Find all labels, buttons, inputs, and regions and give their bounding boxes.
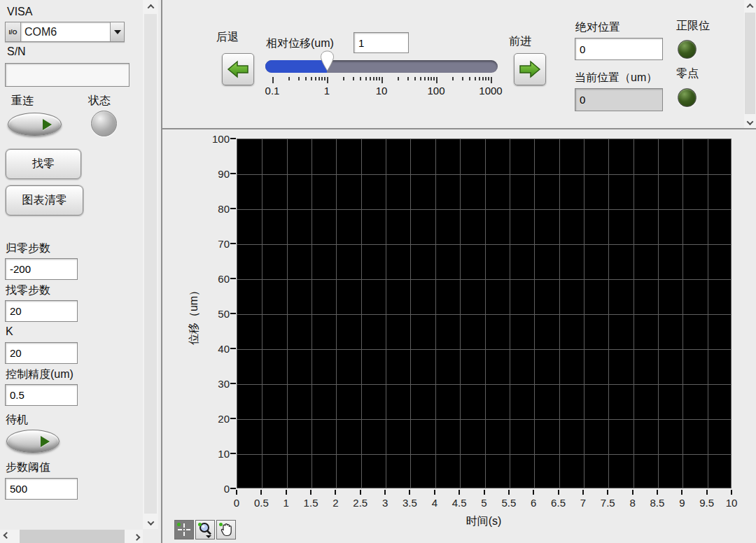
visa-resource-combo[interactable]: I/O COM6 bbox=[5, 22, 125, 42]
scroll-down-button[interactable] bbox=[744, 117, 756, 128]
pan-tool-button[interactable] bbox=[216, 520, 236, 540]
visa-combo-value: COM6 bbox=[21, 22, 110, 41]
waveform-chart-plot-area bbox=[237, 139, 732, 488]
gridline bbox=[485, 139, 486, 488]
gridline bbox=[237, 349, 731, 350]
x-tick-mark bbox=[360, 490, 361, 495]
home-steps-field[interactable] bbox=[5, 258, 78, 280]
left-panel-hscrollbar[interactable] bbox=[0, 530, 143, 543]
scroll-up-button[interactable] bbox=[744, 0, 756, 11]
find-zero-steps-field[interactable] bbox=[5, 300, 78, 322]
gridline bbox=[237, 279, 731, 280]
scroll-up-button[interactable] bbox=[143, 0, 158, 13]
slider-tick bbox=[475, 77, 476, 80]
left-panel-vscrollbar[interactable] bbox=[143, 0, 158, 529]
absolute-position-label: 绝对位置 bbox=[575, 20, 620, 35]
gridline bbox=[312, 139, 312, 488]
slider-tick bbox=[370, 77, 371, 80]
chart-clear-button[interactable]: 图表清零 bbox=[6, 185, 83, 216]
serial-number-field[interactable] bbox=[5, 63, 130, 87]
zoom-tool-button[interactable] bbox=[195, 520, 215, 540]
hscrollbar-thumb[interactable] bbox=[20, 530, 125, 543]
x-tick-mark bbox=[582, 490, 584, 495]
find-zero-button[interactable]: 找零 bbox=[6, 149, 81, 179]
x-tick-label: 1 bbox=[284, 497, 289, 509]
y-tick-mark bbox=[230, 418, 236, 419]
scroll-right-button[interactable] bbox=[130, 530, 143, 543]
gridline bbox=[460, 139, 461, 488]
forward-button[interactable] bbox=[514, 53, 546, 85]
x-tick-label: 0.5 bbox=[254, 497, 269, 509]
x-tick-mark bbox=[286, 490, 287, 495]
x-tick-mark bbox=[508, 490, 510, 495]
standby-toggle[interactable] bbox=[6, 430, 59, 453]
left-control-panel: VISA I/O COM6 S/N 重连 状态 找零 图表清零 归零步数 找零步… bbox=[0, 0, 161, 543]
reconnect-toggle[interactable] bbox=[8, 113, 62, 136]
x-tick-label: 6.5 bbox=[551, 497, 566, 509]
relative-displacement-slider[interactable]: 0.11101001000 bbox=[265, 52, 500, 98]
y-tick-mark bbox=[230, 383, 236, 384]
gridline bbox=[287, 139, 288, 488]
vscrollbar-thumb[interactable] bbox=[745, 13, 755, 114]
k-field[interactable] bbox=[5, 342, 78, 364]
x-tick-mark bbox=[731, 490, 732, 495]
x-tick-label: 9.5 bbox=[699, 497, 714, 509]
gridline bbox=[584, 139, 584, 488]
home-steps-label: 归零步数 bbox=[6, 241, 50, 256]
chevron-left-icon bbox=[3, 532, 10, 539]
graph-palette bbox=[174, 520, 244, 541]
relative-displacement-field[interactable] bbox=[354, 32, 409, 53]
gridline bbox=[410, 139, 411, 488]
slider-thumb[interactable] bbox=[320, 50, 335, 71]
slider-tick bbox=[324, 77, 326, 80]
slider-track[interactable] bbox=[265, 60, 498, 73]
y-tick-mark bbox=[230, 488, 236, 489]
y-tick-mark bbox=[230, 453, 236, 454]
absolute-position-field[interactable] bbox=[575, 38, 663, 60]
slider-tick bbox=[373, 77, 374, 80]
x-tick-label: 2 bbox=[332, 497, 338, 509]
slider-tick bbox=[479, 77, 480, 80]
x-tick-label: 3.5 bbox=[402, 497, 417, 509]
x-tick-label: 6 bbox=[531, 497, 536, 509]
visa-dropdown-button[interactable] bbox=[110, 22, 124, 41]
step-threshold-field[interactable] bbox=[5, 478, 78, 500]
x-tick-label: 8.5 bbox=[650, 497, 665, 509]
y-tick-mark bbox=[230, 173, 236, 174]
x-tick-label: 3 bbox=[382, 497, 388, 509]
slider-scale-label: 0.1 bbox=[265, 85, 280, 97]
chevron-right-icon bbox=[133, 534, 140, 541]
zero-point-label: 零点 bbox=[676, 66, 699, 81]
x-tick-mark bbox=[632, 490, 634, 495]
slider-tick bbox=[376, 77, 377, 80]
gridline bbox=[336, 139, 337, 488]
forward-label: 前进 bbox=[509, 34, 531, 49]
gridline bbox=[534, 139, 535, 488]
gridline bbox=[386, 139, 386, 488]
top-panel-vscrollbar[interactable] bbox=[744, 0, 756, 128]
x-tick-mark bbox=[384, 490, 386, 495]
slider-tick bbox=[430, 77, 432, 80]
relative-displacement-label: 相对位移(um) bbox=[266, 36, 334, 51]
gridline bbox=[510, 139, 510, 488]
back-button[interactable] bbox=[222, 53, 254, 85]
slider-tick bbox=[407, 77, 409, 80]
crosshair-tool-button[interactable] bbox=[174, 520, 194, 540]
vscrollbar-thumb[interactable] bbox=[144, 14, 157, 514]
chart-panel: 位移（um） 0102030405060708090100 00.511.522… bbox=[162, 129, 756, 543]
x-tick-label: 2.5 bbox=[353, 497, 368, 509]
gridline bbox=[237, 454, 731, 455]
slider-tick bbox=[318, 77, 320, 80]
x-tick-label: 0 bbox=[234, 497, 239, 509]
x-tick-mark bbox=[607, 490, 608, 495]
gridline bbox=[237, 384, 731, 385]
control-precision-field[interactable] bbox=[5, 384, 78, 406]
x-tick-label: 9 bbox=[679, 497, 685, 509]
scroll-left-button[interactable] bbox=[0, 530, 13, 543]
slider-tick bbox=[327, 77, 328, 83]
scroll-down-button[interactable] bbox=[143, 516, 158, 529]
gridline bbox=[237, 174, 731, 175]
slider-tick bbox=[488, 77, 489, 80]
gridline bbox=[237, 314, 731, 315]
gridline bbox=[237, 209, 731, 210]
